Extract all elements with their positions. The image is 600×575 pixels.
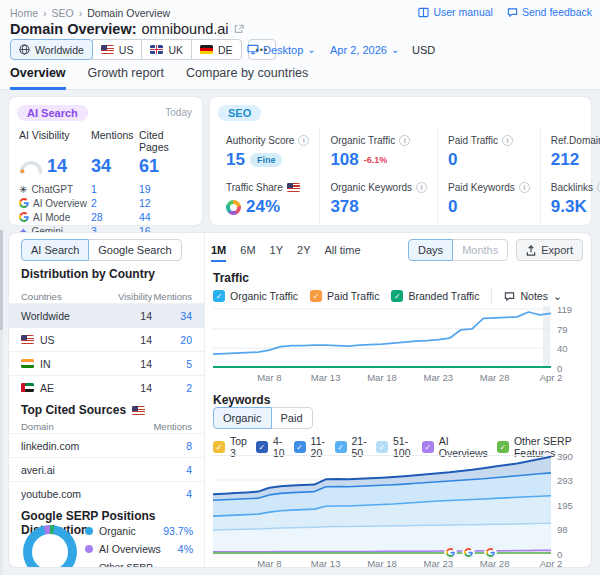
tab-compare-by-countries[interactable]: Compare by countries bbox=[186, 66, 308, 90]
cited-source-row[interactable]: youtube.com 4 bbox=[9, 481, 204, 505]
organic-traffic-delta: -6.1% bbox=[364, 155, 388, 165]
serp-legend-label: Other SERP Features bbox=[99, 561, 173, 568]
ref-domains-value[interactable]: 212 bbox=[551, 150, 600, 170]
country-mentions: 5 bbox=[152, 358, 192, 370]
date-dropdown[interactable]: Apr 2, 2026 ⌄ bbox=[330, 39, 399, 60]
notes-dropdown[interactable]: Notes ⌄ bbox=[504, 290, 561, 302]
cited-source-row[interactable]: linkedin.com 8 bbox=[9, 433, 204, 457]
serp-legend-item[interactable]: AI Overviews 4% bbox=[85, 543, 193, 555]
paid-traffic-checkbox[interactable]: Paid Traffic bbox=[310, 290, 379, 302]
source-mentions: 8 bbox=[152, 440, 192, 452]
breadcrumb-seo[interactable]: SEO bbox=[52, 7, 74, 19]
source-domain: youtube.com bbox=[21, 488, 152, 500]
source-domain: linkedin.com bbox=[21, 440, 152, 452]
x-tick-label: Apr 2 bbox=[540, 558, 563, 568]
chevron-down-icon: ⌄ bbox=[307, 46, 315, 54]
keywords-y-axis: 390293195980 bbox=[557, 453, 583, 554]
country-row-in[interactable]: IN 14 5 bbox=[9, 351, 204, 375]
paid-traffic-value[interactable]: 0 bbox=[448, 150, 530, 170]
metric-label: Paid Keywords bbox=[448, 182, 515, 193]
checkbox-icon bbox=[213, 441, 225, 453]
y-tick-label: 293 bbox=[557, 475, 573, 486]
region-chip-uk[interactable]: UK bbox=[141, 39, 192, 60]
region-chip-worldwide[interactable]: Worldwide bbox=[10, 39, 93, 60]
keywords-chart[interactable] bbox=[213, 453, 551, 554]
device-dropdown[interactable]: Desktop ⌄ bbox=[247, 39, 316, 60]
serp-legend-item[interactable]: Organic 93.7% bbox=[85, 525, 193, 537]
x-tick-label: Apr 2 bbox=[540, 372, 563, 383]
backlinks-value[interactable]: 9.3K bbox=[551, 197, 600, 217]
x-tick-label: Mar 13 bbox=[311, 558, 341, 568]
country-row-us[interactable]: US 14 20 bbox=[9, 327, 204, 351]
date-label: Apr 2, 2026 bbox=[330, 44, 387, 56]
source-mentions: 4 bbox=[152, 488, 192, 500]
organic-traffic-value[interactable]: 108 bbox=[330, 150, 358, 170]
y-tick-label: 40 bbox=[557, 343, 568, 354]
region-chip-label: UK bbox=[168, 44, 183, 56]
device-label: Desktop bbox=[263, 44, 303, 56]
traffic-share-value: 24% bbox=[246, 197, 280, 217]
google-g-icon[interactable] bbox=[445, 547, 456, 558]
page-scrollbar[interactable] bbox=[0, 230, 3, 575]
checkbox-icon bbox=[422, 441, 434, 453]
chevron-down-icon: ⌄ bbox=[553, 290, 562, 302]
info-icon[interactable]: i bbox=[416, 182, 427, 193]
ai-visibility-header: AI Visibility bbox=[19, 129, 91, 153]
period-label: Today bbox=[165, 107, 192, 118]
traffic-chart[interactable] bbox=[213, 306, 551, 368]
country-row-ae[interactable]: AE 14 2 bbox=[9, 375, 204, 399]
paid-keywords-value[interactable]: 0 bbox=[448, 197, 530, 217]
toggle-days[interactable]: Days bbox=[408, 239, 453, 261]
country-row-worldwide[interactable]: Worldwide 14 34 bbox=[9, 303, 204, 327]
info-icon[interactable]: i bbox=[502, 135, 513, 146]
info-icon[interactable]: i bbox=[298, 135, 309, 146]
region-chip-us[interactable]: US bbox=[92, 39, 143, 60]
currency-selector[interactable]: USD bbox=[412, 39, 435, 60]
organic-traffic-checkbox[interactable]: Organic Traffic bbox=[213, 290, 298, 302]
toggle-organic[interactable]: Organic bbox=[213, 407, 272, 429]
checkbox-icon bbox=[213, 290, 225, 302]
checkbox-icon bbox=[391, 290, 403, 302]
ai-mentions-value: 34 bbox=[91, 156, 139, 177]
chatgpt-icon: ✳ bbox=[19, 184, 27, 195]
ai-visibility-value: 14 bbox=[47, 156, 67, 177]
google-g-icon[interactable] bbox=[463, 547, 474, 558]
serp-legend-value: 2.4% bbox=[179, 566, 203, 568]
y-tick-label: 98 bbox=[557, 524, 568, 535]
report-tabs: Overview Growth report Compare by countr… bbox=[10, 66, 308, 90]
report-panel: AI Search Google Search 1M 6M 1Y 2Y All … bbox=[8, 232, 592, 568]
serp-legend-item[interactable]: Other SERP Features 2.4% bbox=[85, 561, 203, 568]
toggle-paid[interactable]: Paid bbox=[271, 407, 313, 429]
x-tick-label: Mar 28 bbox=[480, 372, 510, 383]
us-flag-icon bbox=[287, 183, 300, 192]
checkbox-icon bbox=[294, 441, 306, 453]
tab-growth-report[interactable]: Growth report bbox=[88, 66, 164, 90]
breadcrumb-home[interactable]: Home bbox=[10, 7, 38, 19]
info-icon[interactable]: i bbox=[519, 182, 530, 193]
branded-traffic-checkbox[interactable]: Branded Traffic bbox=[391, 290, 479, 302]
region-chip-de[interactable]: DE bbox=[191, 39, 242, 60]
cited-source-row[interactable]: averi.ai 4 bbox=[9, 457, 204, 481]
external-link-icon[interactable] bbox=[234, 24, 244, 34]
legend-label: Organic Traffic bbox=[230, 290, 298, 302]
platform-label: ChatGPT bbox=[31, 184, 73, 195]
tab-overview[interactable]: Overview bbox=[10, 66, 66, 90]
country-mentions: 20 bbox=[152, 334, 192, 346]
send-feedback-link[interactable]: Send feedback bbox=[507, 6, 592, 18]
organic-keywords-value[interactable]: 378 bbox=[330, 197, 427, 217]
toggle-ai-search[interactable]: AI Search bbox=[21, 239, 89, 261]
in-flag-icon bbox=[21, 359, 34, 368]
traffic-share-ring-icon bbox=[226, 200, 241, 215]
country-visibility: 14 bbox=[118, 382, 152, 394]
x-tick-label: Mar 23 bbox=[424, 558, 454, 568]
x-tick-label: Mar 18 bbox=[367, 558, 397, 568]
user-manual-link[interactable]: User manual bbox=[418, 6, 493, 18]
top-cited-sources-title: Top Cited Sources bbox=[21, 403, 126, 417]
google-g-icon bbox=[19, 212, 29, 222]
info-icon[interactable]: i bbox=[399, 135, 410, 146]
google-g-icon[interactable] bbox=[485, 547, 496, 558]
country-visibility: 14 bbox=[118, 334, 152, 346]
platform-label: AI Mode bbox=[33, 212, 70, 223]
scrollbar-thumb[interactable] bbox=[0, 230, 3, 330]
page-header: Home › SEO › Domain Overview User manual… bbox=[0, 0, 600, 90]
